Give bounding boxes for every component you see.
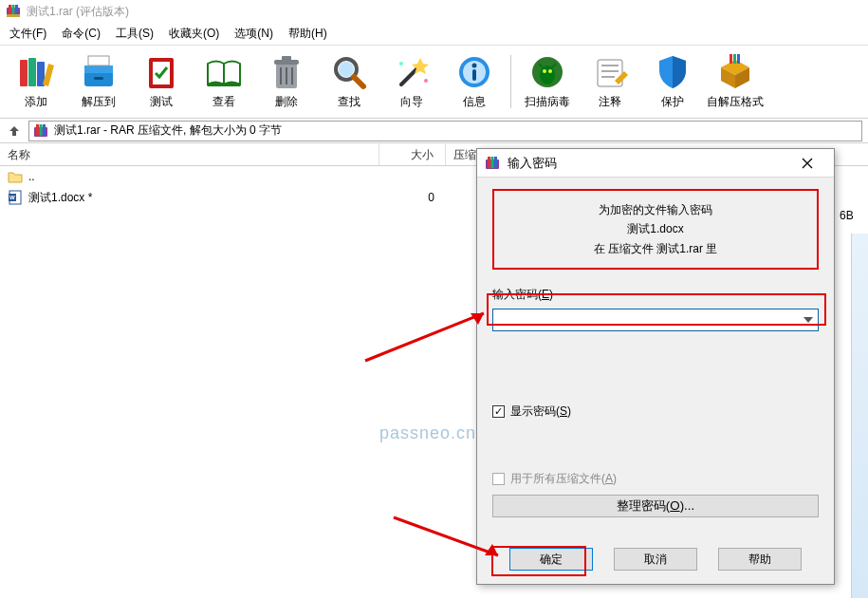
- toolbar-wizard[interactable]: 向导: [381, 49, 442, 114]
- svg-text:W: W: [9, 195, 15, 200]
- col-size[interactable]: 大小: [379, 143, 446, 165]
- toolbar: 添加 解压到 测试 查看 删除 查找 向导: [0, 46, 868, 119]
- dialog-title: 输入密码: [508, 155, 781, 172]
- notebook-check-icon: [141, 52, 181, 92]
- virus-icon: [527, 52, 567, 92]
- toolbar-add[interactable]: 添加: [6, 49, 66, 114]
- up-button[interactable]: [6, 122, 23, 140]
- svg-rect-47: [40, 124, 43, 136]
- ok-button[interactable]: 确定: [509, 548, 593, 571]
- info-icon: [454, 52, 494, 92]
- svg-rect-5: [20, 60, 28, 86]
- cancel-button[interactable]: 取消: [614, 548, 697, 571]
- password-dialog: 输入密码 为加密的文件输入密码 测试1.docx 在 压缩文件 测试1.rar …: [476, 148, 835, 585]
- drawer-icon: [79, 52, 119, 92]
- svg-point-34: [543, 69, 546, 73]
- prompt-box: 为加密的文件输入密码 测试1.docx 在 压缩文件 测试1.rar 里: [492, 189, 819, 270]
- winrar-icon: [485, 156, 500, 171]
- window-title: 测试1.rar (评估版本): [27, 4, 129, 20]
- menu-help[interactable]: 帮助(H): [283, 24, 333, 44]
- svg-rect-44: [737, 54, 740, 64]
- show-password-checkbox[interactable]: [492, 405, 505, 418]
- toolbar-extract-to[interactable]: 解压到: [68, 49, 129, 114]
- show-password-row[interactable]: 显示密码(S): [492, 403, 819, 420]
- toolbar-sfx[interactable]: 自解压格式: [705, 49, 766, 114]
- svg-rect-6: [28, 58, 36, 86]
- svg-rect-17: [282, 56, 291, 61]
- svg-rect-14: [208, 83, 240, 86]
- svg-point-22: [339, 62, 354, 77]
- svg-rect-31: [472, 69, 476, 81]
- box-icon: [715, 52, 755, 92]
- toolbar-protect[interactable]: 保护: [642, 49, 703, 114]
- svg-point-30: [472, 64, 477, 68]
- path-box[interactable]: 测试1.rar - RAR 压缩文件, 解包大小为 0 字节: [28, 121, 862, 141]
- toolbar-find[interactable]: 查找: [319, 49, 379, 114]
- winrar-icon: [6, 4, 21, 19]
- side-scrollbar[interactable]: [851, 234, 868, 598]
- col-name[interactable]: 名称: [0, 143, 379, 165]
- svg-point-33: [540, 66, 555, 84]
- svg-rect-11: [94, 77, 103, 80]
- svg-point-35: [548, 69, 552, 73]
- magnifier-icon: [329, 52, 369, 92]
- toolbar-virus-scan[interactable]: 扫描病毒: [517, 49, 578, 114]
- side-text: 6B: [840, 209, 868, 226]
- use-for-all-checkbox: [492, 473, 505, 485]
- folder-up-icon: [8, 170, 23, 183]
- menu-file[interactable]: 文件(F): [4, 24, 52, 44]
- organize-passwords-button[interactable]: 整理密码(O)...: [492, 495, 819, 517]
- show-password-label: 显示密码(S): [510, 403, 571, 420]
- password-label: 输入密码(E): [492, 287, 819, 303]
- winrar-icon: [33, 123, 48, 139]
- menu-options[interactable]: 选项(N): [229, 24, 279, 44]
- svg-rect-55: [494, 157, 497, 168]
- shield-icon: [653, 52, 693, 92]
- password-input[interactable]: [493, 310, 799, 329]
- toolbar-delete[interactable]: 删除: [256, 49, 317, 114]
- svg-rect-54: [491, 157, 494, 168]
- open-book-icon: [204, 52, 244, 92]
- dialog-buttons: 确定 取消 帮助: [477, 548, 834, 571]
- svg-rect-42: [729, 54, 732, 64]
- svg-rect-53: [488, 157, 490, 168]
- path-row: 测试1.rar - RAR 压缩文件, 解包大小为 0 字节: [0, 119, 868, 143]
- use-for-all-label: 用于所有压缩文件(A): [510, 471, 617, 487]
- toolbar-info[interactable]: 信息: [444, 49, 505, 114]
- path-text: 测试1.rar - RAR 压缩文件, 解包大小为 0 字节: [54, 122, 282, 139]
- help-button[interactable]: 帮助: [718, 548, 802, 571]
- dialog-titlebar: 输入密码: [477, 149, 834, 178]
- svg-line-58: [365, 313, 484, 361]
- toolbar-view[interactable]: 查看: [194, 49, 254, 114]
- toolbar-separator: [510, 55, 511, 108]
- password-dropdown[interactable]: [799, 309, 818, 330]
- password-input-combo: [492, 309, 819, 331]
- menu-commands[interactable]: 命令(C): [56, 24, 106, 44]
- svg-rect-10: [88, 56, 109, 66]
- svg-rect-48: [43, 124, 46, 136]
- watermark: passneo.cn: [379, 423, 476, 443]
- svg-rect-4: [7, 14, 20, 17]
- toolbar-test[interactable]: 测试: [131, 49, 192, 114]
- books-add-icon: [16, 52, 56, 92]
- menu-tools[interactable]: 工具(S): [110, 24, 159, 44]
- svg-line-23: [354, 77, 363, 86]
- menubar: 文件(F) 命令(C) 工具(S) 收藏夹(O) 选项(N) 帮助(H): [0, 23, 868, 46]
- menu-favorites[interactable]: 收藏夹(O): [163, 24, 225, 44]
- svg-rect-43: [733, 54, 736, 64]
- svg-rect-9: [84, 66, 113, 73]
- docx-icon: W: [8, 190, 23, 205]
- toolbar-comment[interactable]: 注释: [580, 49, 640, 114]
- svg-point-27: [424, 79, 428, 83]
- window-titlebar: 测试1.rar (评估版本): [0, 0, 868, 23]
- use-for-all-row: 用于所有压缩文件(A): [492, 471, 819, 487]
- wand-icon: [392, 52, 432, 92]
- svg-point-26: [399, 62, 403, 66]
- close-button[interactable]: [788, 150, 826, 177]
- svg-rect-46: [36, 124, 39, 136]
- note-icon: [590, 52, 630, 92]
- trash-icon: [267, 52, 306, 92]
